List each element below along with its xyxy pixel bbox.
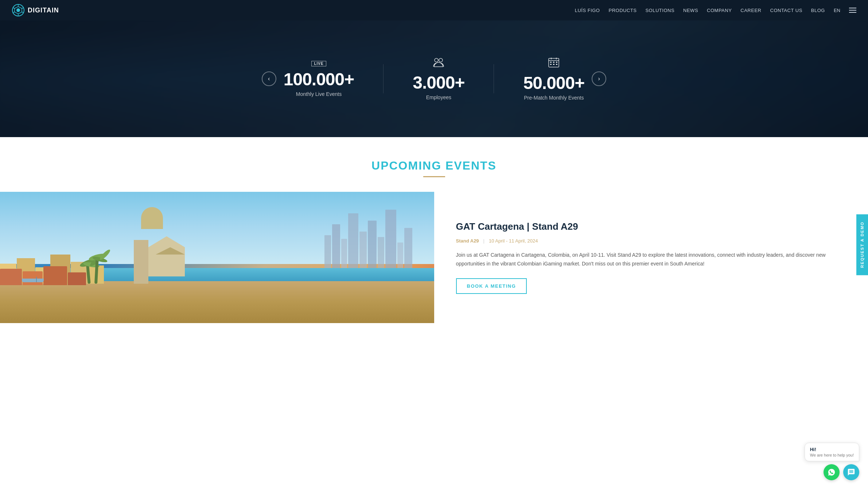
svg-rect-17 [550, 64, 552, 65]
svg-rect-19 [556, 64, 557, 65]
harbor-boats [22, 275, 51, 282]
nav-link-luis-figo[interactable]: LUÍS FIGO [575, 8, 600, 13]
stat-prematch-events: 50.000+ Pre-Match Monthly Events [523, 57, 584, 101]
carousel-prev-button[interactable]: ‹ [262, 71, 276, 86]
church [130, 236, 203, 284]
book-meeting-button[interactable]: BOOK A MEETING [456, 278, 527, 294]
nav-link-contact-us[interactable]: CONTACT US [770, 8, 802, 13]
event-title: GAT Cartagena | Stand A29 [456, 221, 846, 232]
stats-container: LIVE 100.000+ Monthly Live Events 3.000+ [276, 42, 592, 115]
carousel-next-button[interactable]: › [592, 71, 606, 86]
svg-point-9 [439, 58, 443, 62]
hero-content: ‹ LIVE 100.000+ Monthly Live Events [270, 42, 598, 115]
stat-label-employees: Employees [426, 94, 451, 100]
employees-icon [433, 57, 444, 70]
nav-link-solutions[interactable]: SOLUTIONS [645, 8, 674, 13]
event-image [0, 192, 434, 323]
language-selector[interactable]: EN [834, 8, 840, 13]
hero-section: ‹ LIVE 100.000+ Monthly Live Events [0, 20, 868, 137]
svg-point-8 [435, 58, 438, 62]
nav-link-career[interactable]: CAREER [740, 8, 761, 13]
chevron-left-icon: ‹ [268, 75, 270, 82]
bg-skyline [324, 210, 412, 268]
stat-divider-1 [383, 64, 384, 93]
event-stand: Stand A29 [456, 238, 479, 244]
palm-trees [87, 256, 98, 284]
navbar-links: LUÍS FIGO PRODUCTS SOLUTIONS NEWS COMPAN… [575, 8, 856, 13]
svg-rect-14 [550, 62, 552, 63]
stat-live-events: LIVE 100.000+ Monthly Live Events [284, 61, 354, 97]
nav-link-products[interactable]: PRODUCTS [608, 8, 637, 13]
logo-icon [12, 4, 25, 17]
event-meta-separator: | [483, 238, 484, 244]
events-section-title: UPCOMING EVENTS [0, 159, 868, 172]
event-description: Join us at GAT Cartagena in Cartagena, C… [456, 251, 846, 268]
logo-text: DIGITAIN [28, 7, 59, 14]
event-meta: Stand A29 | 10 April - 11 April, 2024 [456, 238, 846, 244]
svg-rect-16 [556, 62, 557, 63]
ground [0, 281, 434, 323]
svg-point-1 [16, 8, 20, 12]
hamburger-menu[interactable] [849, 8, 856, 13]
stat-number-prematch: 50.000+ [523, 74, 584, 92]
nav-link-company[interactable]: COMPANY [707, 8, 732, 13]
stat-number-live-events: 100.000+ [284, 71, 354, 88]
events-section: UPCOMING EVENTS [0, 137, 868, 323]
event-image-scene [0, 192, 434, 323]
event-card: GAT Cartagena | Stand A29 Stand A29 | 10… [0, 192, 868, 323]
events-title-underline [423, 176, 445, 177]
stat-divider-2 [494, 64, 494, 93]
stat-number-employees: 3.000+ [413, 74, 464, 92]
event-info: GAT Cartagena | Stand A29 Stand A29 | 10… [434, 192, 868, 323]
calendar-icon [548, 57, 560, 70]
request-demo-tab[interactable]: REQUEST A DEMO [856, 214, 868, 275]
nav-link-blog[interactable]: BLOG [811, 8, 825, 13]
stat-employees: 3.000+ Employees [413, 57, 464, 100]
logo[interactable]: DIGITAIN [12, 4, 59, 17]
events-title-container: UPCOMING EVENTS [0, 159, 868, 177]
stat-label-prematch: Pre-Match Monthly Events [524, 95, 584, 101]
stat-label-live-events: Monthly Live Events [296, 91, 342, 97]
svg-rect-15 [553, 62, 554, 63]
svg-rect-18 [553, 64, 554, 65]
chevron-right-icon: › [598, 75, 600, 82]
navbar: DIGITAIN LUÍS FIGO PRODUCTS SOLUTIONS NE… [0, 0, 868, 20]
live-badge: LIVE [311, 61, 326, 66]
event-date: 10 April - 11 April, 2024 [489, 238, 538, 244]
nav-link-news[interactable]: NEWS [683, 8, 698, 13]
